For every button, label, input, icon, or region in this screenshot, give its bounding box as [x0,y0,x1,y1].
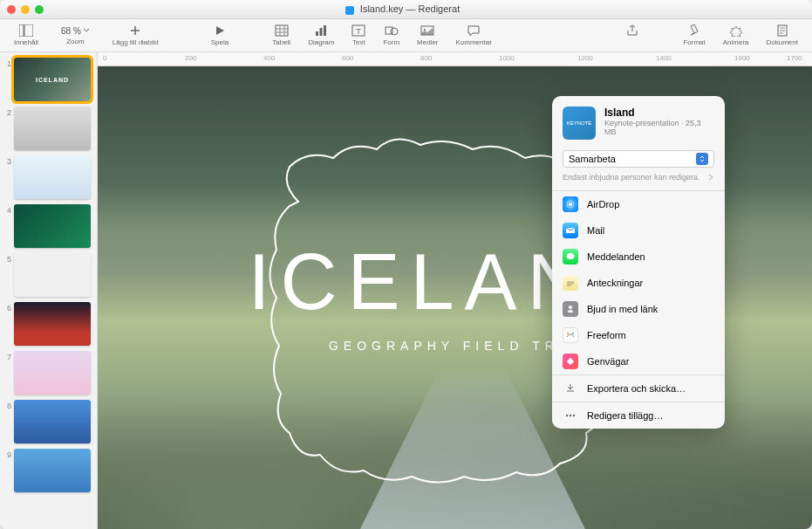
document-icon [775,24,789,37]
edit-status: Redigerat [419,3,461,14]
share-popover: KEYNOTE Island Keynote-presentation · 25… [552,96,725,429]
airdrop-icon [563,196,578,212]
titlebar: Island.key — Redigerat [0,0,812,19]
svg-rect-4 [320,28,323,36]
svg-rect-1 [24,24,33,37]
animate-icon [729,24,743,37]
text-icon: T [351,24,365,37]
chevron-right-icon [707,174,714,181]
close-window[interactable] [7,5,16,14]
table-button[interactable]: Tabell [263,24,299,46]
share-messages[interactable]: Meddelanden [552,244,725,270]
media-icon [420,24,434,37]
body: 1 ICELAND 2 3 4 5 6 [0,52,812,529]
table-icon [275,24,289,37]
share-notes[interactable]: Anteckningar [552,270,725,296]
comment-label: Kommentar [456,38,492,46]
share-freeform[interactable]: Freeform [552,322,725,348]
svg-point-23 [573,415,575,416]
slide-number: 9 [3,449,14,459]
share-button[interactable] [617,24,648,46]
title-separator: — [406,3,418,14]
chart-button[interactable]: Diagram [299,24,343,46]
plus-icon [128,24,142,37]
svg-point-17 [569,306,572,309]
thumbnail[interactable] [14,302,91,346]
thumbnail[interactable] [14,106,91,150]
document-label: Dokument [767,38,798,46]
shape-label: Form [383,38,399,46]
text-button[interactable]: T Text [343,24,374,46]
thumbnail[interactable] [14,253,91,297]
format-icon [687,24,701,37]
share-mail[interactable]: Mail [552,217,725,244]
slide-thumb-7[interactable]: 7 [3,351,93,395]
contents-button[interactable]: Innehåll [5,24,47,46]
format-button[interactable]: Format [674,24,713,46]
zoom-value: 68 % [61,26,81,36]
thumbnail[interactable] [14,351,91,395]
slide-thumb-2[interactable]: 2 [3,106,93,150]
svg-point-19 [572,333,574,334]
slide-thumb-5[interactable]: 5 [3,253,93,297]
share-mode-dropdown[interactable]: Samarbeta [563,150,714,168]
svg-point-13 [569,203,572,206]
thumbnail[interactable]: ICELAND [14,58,91,101]
window-controls [7,5,44,14]
media-label: Medier [417,38,438,46]
share-file-title: Island [604,106,714,119]
thumbnail[interactable] [14,204,91,248]
horizontal-ruler: 0 200 400 600 800 1000 1200 1400 1600 17… [98,52,812,66]
share-invite-link[interactable]: Bjud in med länk [552,296,725,322]
slide-number: 7 [3,351,14,361]
share-shortcuts[interactable]: Genvägar [552,348,725,374]
share-mode-value: Samarbeta [569,154,616,164]
zoom-dropdown[interactable]: 68 % Zoom [47,26,104,45]
svg-rect-0 [19,24,24,37]
thumbnail[interactable] [14,400,91,443]
mail-icon [563,223,578,238]
filename: Island.key [360,3,404,14]
svg-rect-20 [567,358,574,365]
slide-thumb-9[interactable]: 9 [3,449,93,492]
animate-label: Animera [723,38,749,46]
slide-thumb-1[interactable]: 1 ICELAND [3,58,93,101]
slide-thumb-6[interactable]: 6 [3,302,93,346]
minimize-window[interactable] [21,5,30,14]
toolbar: Innehåll 68 % Zoom Lägg till diabild Spe… [0,19,812,52]
svg-text:T: T [357,27,362,36]
thumbnail[interactable] [14,449,91,492]
document-button[interactable]: Dokument [758,24,807,46]
text-label: Text [352,38,365,46]
slide-thumb-8[interactable]: 8 [3,400,93,443]
shape-button[interactable]: Form [374,24,408,46]
share-header: KEYNOTE Island Keynote-presentation · 25… [552,96,725,150]
thumbnail[interactable] [14,155,91,199]
contents-label: Innehåll [14,38,38,46]
add-slide-label: Lägg till diabild [113,38,159,46]
add-slide-button[interactable]: Lägg till diabild [104,24,167,46]
animate-button[interactable]: Animera [714,24,758,46]
share-edit-extensions[interactable]: Redigera tillägg… [552,402,725,429]
notes-icon [563,275,578,291]
media-button[interactable]: Medier [408,24,447,46]
window-title: Island.key — Redigerat [44,3,761,14]
slide-canvas[interactable]: 0 200 400 600 800 1000 1200 1400 1600 17… [98,52,812,529]
share-export[interactable]: Exportera och skicka… [552,375,725,402]
play-button[interactable]: Spela [202,24,237,46]
more-icon [563,408,578,423]
keynote-doc-icon: KEYNOTE [563,106,596,140]
svg-point-11 [424,29,426,31]
slide-thumb-4[interactable]: 4 [3,204,93,248]
slide-thumb-3[interactable]: 3 [3,155,93,199]
share-airdrop[interactable]: AirDrop [552,191,725,217]
fullscreen-window[interactable] [35,5,44,14]
svg-point-16 [567,253,575,259]
contents-icon [19,24,33,37]
zoom-label: Zoom [66,38,84,45]
comment-button[interactable]: Kommentar [447,24,501,46]
share-permission-note[interactable]: Endast inbjudna personer kan redigera. [552,173,725,190]
export-icon [563,381,578,396]
slide-navigator[interactable]: 1 ICELAND 2 3 4 5 6 [0,52,98,529]
share-file-meta: Keynote-presentation · 25,3 MB [604,119,714,136]
